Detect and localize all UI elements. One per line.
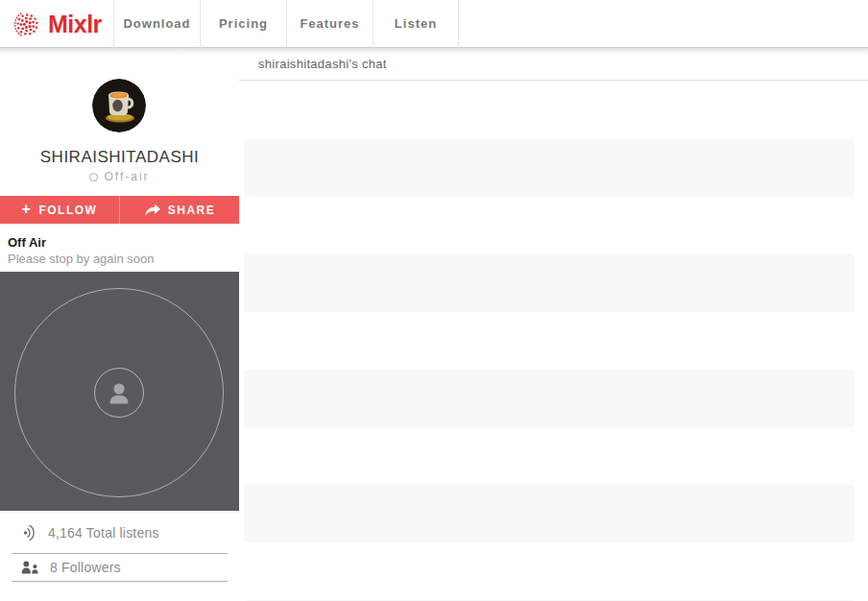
profile-sidebar: SHIRAISHITADASHI Off-air + FOLLOW SHARE … xyxy=(0,48,239,601)
profile-name: SHIRAISHITADASHI xyxy=(0,148,239,167)
profile-avatar xyxy=(92,79,146,132)
follow-label: FOLLOW xyxy=(38,204,97,217)
offair-dot-icon xyxy=(89,173,98,181)
chat-row xyxy=(244,139,855,197)
listener-placeholder xyxy=(94,368,144,418)
chat-row xyxy=(239,542,868,600)
stat-total-listens: 4,164 Total listens xyxy=(12,512,228,554)
offair-subtitle: Please stop by again soon xyxy=(8,252,231,266)
stat-followers: 8 Followers xyxy=(12,554,228,582)
offair-notice: Off Air Please stop by again soon xyxy=(0,224,239,266)
chat-row xyxy=(239,427,868,485)
status-offair: Off-air xyxy=(0,170,239,183)
chat-row xyxy=(239,82,868,139)
mixlr-logo-text: Mixlr xyxy=(48,12,102,36)
chat-panel: shiraishitadashi's chat xyxy=(239,48,868,601)
nav-item-download[interactable]: Download xyxy=(113,0,200,48)
follow-button[interactable]: + FOLLOW xyxy=(0,196,119,224)
stats-list: 4,164 Total listens 8 Followers xyxy=(0,512,239,582)
mixlr-profile-page: Mixlr Download Pricing Features Listen xyxy=(0,0,868,601)
plus-icon: + xyxy=(22,202,33,217)
mixlr-logo[interactable]: Mixlr xyxy=(13,0,102,48)
action-buttons: + FOLLOW SHARE xyxy=(0,196,239,224)
top-navbar: Mixlr Download Pricing Features Listen xyxy=(0,0,868,48)
followers-label: 8 Followers xyxy=(50,560,121,575)
nav-item-pricing[interactable]: Pricing xyxy=(200,0,286,48)
chat-title: shiraishitadashi's chat xyxy=(258,57,387,71)
offair-title: Off Air xyxy=(8,235,231,250)
chat-row xyxy=(239,197,868,254)
chat-row xyxy=(244,485,855,542)
nav-item-features[interactable]: Features xyxy=(286,0,373,48)
listens-icon xyxy=(21,524,37,541)
chat-message-list[interactable] xyxy=(239,82,868,601)
chat-row xyxy=(244,370,855,427)
nav-menu: Download Pricing Features Listen xyxy=(113,0,459,48)
player-panel xyxy=(0,272,239,511)
nav-item-listen[interactable]: Listen xyxy=(373,0,459,48)
share-icon xyxy=(144,204,161,216)
total-listens-label: 4,164 Total listens xyxy=(48,525,159,541)
chat-row xyxy=(244,254,855,312)
status-label: Off-air xyxy=(104,170,149,183)
chat-header: shiraishitadashi's chat xyxy=(239,48,868,81)
share-label: SHARE xyxy=(168,204,216,217)
mixlr-logo-icon xyxy=(13,11,41,38)
share-button[interactable]: SHARE xyxy=(119,196,239,224)
chat-row xyxy=(239,312,868,370)
person-icon xyxy=(107,379,132,406)
followers-icon xyxy=(21,561,39,575)
coffee-mug-avatar-image xyxy=(92,79,146,132)
